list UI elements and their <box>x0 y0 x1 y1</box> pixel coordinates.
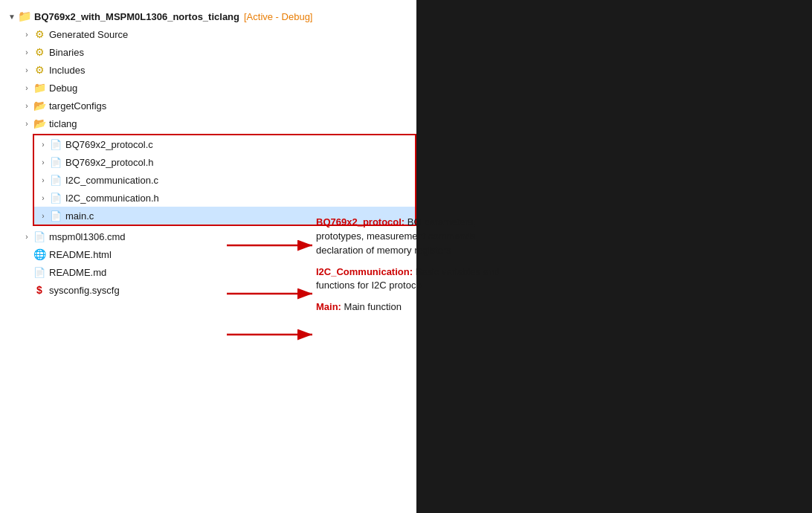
spacer <box>21 284 33 296</box>
chevron-right-icon: › <box>37 210 49 222</box>
chevron-right-icon: › <box>21 64 33 76</box>
i2c-comm-c-item[interactable]: › 📄 I2C_communication.c <box>34 171 415 189</box>
file-cmd-icon: 📄 <box>33 230 46 243</box>
folder-icon: 📁 <box>33 81 46 94</box>
chevron-right-icon: › <box>21 230 33 242</box>
includes-item[interactable]: › ⚙ Includes <box>0 61 416 79</box>
spacer <box>21 266 33 278</box>
globe-icon: 🌐 <box>33 248 46 261</box>
readme-md-label: README.md <box>49 267 106 278</box>
folder-open-icon: 📂 <box>33 117 46 130</box>
bq-annotation: BQ769x2_protocol: BQ parameters, prototy… <box>316 216 502 258</box>
i2c-comm-h-item[interactable]: › 📄 I2C_communication.h <box>34 189 415 207</box>
binaries-item[interactable]: › ⚙ Binaries <box>0 43 416 61</box>
main-c-label: main.c <box>65 210 94 222</box>
chevron-right-icon: › <box>37 156 49 168</box>
bq-protocol-c-label: BQ769x2_protocol.c <box>65 139 153 150</box>
gear-icon: ⚙ <box>33 45 46 59</box>
i2c-comm-h-label: I2C_communication.h <box>65 193 159 204</box>
ticlang-item[interactable]: › 📂 ticlang <box>0 114 416 132</box>
annotations-panel: BQ769x2_protocol: BQ parameters, prototy… <box>316 216 502 314</box>
debug-item[interactable]: › 📁 Debug <box>0 79 416 97</box>
syscfg-label: sysconfig.syscfg <box>49 285 120 296</box>
main-annotation: Main: Main function <box>316 300 502 314</box>
chevron-right-icon: › <box>21 28 33 40</box>
spacer <box>21 248 33 260</box>
targetconfigs-item[interactable]: › 📂 targetConfigs <box>0 97 416 114</box>
main-annotation-text: Main function <box>341 301 402 312</box>
file-c-icon: 📄 <box>49 209 62 222</box>
project-name: BQ769x2_with_MSPM0L1306_nortos_ticlang <box>34 11 239 22</box>
main-annotation-bold: Main: <box>316 301 341 312</box>
i2c-annotation-bold: I2C_Communication: <box>316 266 413 277</box>
file-c-icon: 📄 <box>49 138 62 151</box>
syscfg-icon: $ <box>33 283 46 297</box>
bq-protocol-h-label: BQ769x2_protocol.h <box>65 157 154 168</box>
gear-icon: ⚙ <box>33 63 46 77</box>
chevron-down-icon: ▼ <box>6 10 18 22</box>
readme-html-label: README.html <box>49 249 112 260</box>
chevron-right-icon: › <box>21 117 33 129</box>
targetconfigs-label: targetConfigs <box>49 100 106 112</box>
file-h-icon: 📄 <box>49 155 62 169</box>
folder-open-icon: 📂 <box>33 99 46 112</box>
project-root-item[interactable]: ▼ 📁 BQ769x2_with_MSPM0L1306_nortos_ticla… <box>0 7 416 25</box>
bq-annotation-bold: BQ769x2_protocol: <box>316 216 405 228</box>
binaries-label: Binaries <box>49 47 84 58</box>
file-c-icon: 📄 <box>49 173 62 187</box>
chevron-right-icon: › <box>21 46 33 58</box>
project-status: [Active - Debug] <box>244 11 313 22</box>
debug-label: Debug <box>49 83 77 94</box>
file-explorer-panel: ▼ 📁 BQ769x2_with_MSPM0L1306_nortos_ticla… <box>0 0 416 513</box>
chevron-right-icon: › <box>37 192 49 204</box>
bq-protocol-h-item[interactable]: › 📄 BQ769x2_protocol.h <box>34 153 415 171</box>
chevron-right-icon: › <box>21 82 33 94</box>
i2c-comm-c-label: I2C_communication.c <box>65 175 158 186</box>
mspm0cmd-label: mspm0l1306.cmd <box>49 231 126 242</box>
generated-source-label: Generated Source <box>49 29 128 40</box>
chevron-right-icon: › <box>37 138 49 150</box>
ticlang-label: ticlang <box>49 118 77 129</box>
chevron-right-icon: › <box>37 174 49 186</box>
gear-icon: ⚙ <box>33 28 46 41</box>
generated-source-item[interactable]: › ⚙ Generated Source <box>0 25 416 43</box>
includes-label: Includes <box>49 65 85 76</box>
highlighted-files-group: › 📄 BQ769x2_protocol.c › 📄 BQ769x2_proto… <box>33 134 416 226</box>
file-md-icon: 📄 <box>33 265 46 279</box>
i2c-annotation: I2C_Communication: Basic variables and f… <box>316 265 502 294</box>
file-h-icon: 📄 <box>49 191 62 204</box>
chevron-right-icon: › <box>21 100 33 112</box>
folder-icon: 📁 <box>18 10 31 23</box>
bq-protocol-c-item[interactable]: › 📄 BQ769x2_protocol.c <box>34 135 415 153</box>
